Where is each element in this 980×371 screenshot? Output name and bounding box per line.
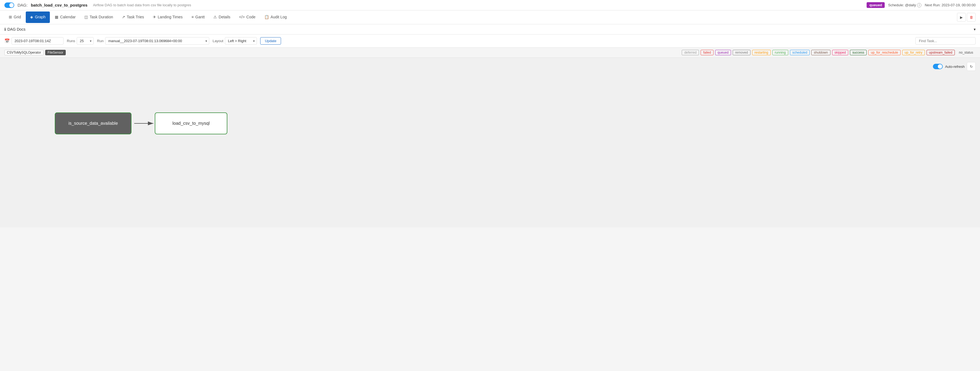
status-tag-no-status[interactable]: no_status (956, 50, 975, 55)
status-tag-up-for-retry[interactable]: up_for_retry (902, 50, 925, 55)
tab-audit-log[interactable]: 📋 Audit Log (260, 11, 291, 23)
layout-select[interactable]: Left > Right Top > Bottom (225, 37, 257, 44)
next-run-value: 2023-07-19, 00:00:00 (942, 3, 975, 7)
dag-docs-info-icon: ℹ (5, 27, 6, 32)
task-duration-icon: ◫ (84, 15, 88, 19)
run-group: Run manual__2023-07-19T08:01:13.069684+0… (97, 37, 209, 44)
legend-row: CSVToMySQLOperator FileSensor deferred f… (0, 48, 980, 58)
task-tries-icon: ↗ (122, 15, 125, 19)
auto-refresh-label: Auto-refresh (945, 65, 965, 69)
code-icon: </> (239, 15, 245, 19)
status-tag-restarting[interactable]: restarting (752, 50, 771, 55)
calendar-small-icon: 📅 (5, 38, 10, 43)
info-icon[interactable]: i (917, 3, 921, 7)
schedule-info: Schedule: @daily i (888, 3, 921, 7)
dag-docs-label: ℹ DAG Docs (5, 27, 25, 32)
dag-toggle[interactable] (5, 2, 14, 8)
auto-refresh-toggle[interactable] (933, 64, 943, 69)
schedule-value: @daily (905, 3, 916, 7)
operator-legend: CSVToMySQLOperator FileSensor (5, 50, 66, 55)
header-right: queued Schedule: @daily i Next Run: 2023… (867, 2, 975, 8)
tab-task-duration[interactable]: ◫ Task Duration (80, 11, 118, 23)
controls-row: 📅 Runs 25 50 100 Run manual__2023-07-19T… (0, 35, 980, 48)
node-is-source-data-available-label: is_source_data_available (68, 121, 118, 126)
status-tag-upstream-failed[interactable]: upstream_failed (927, 50, 955, 55)
node-load-csv-to-mysql-label: load_csv_to_mysql (172, 121, 210, 126)
run-label: Run (97, 39, 103, 43)
schedule-label: Schedule: (888, 3, 904, 7)
tab-grid[interactable]: ⊞ Grid (5, 11, 25, 23)
status-tag-running[interactable]: running (772, 50, 788, 55)
tab-calendar-label: Calendar (60, 15, 76, 19)
nav-tabs: ⊞ Grid ◈ Graph ▦ Calendar ◫ Task Duratio… (0, 10, 980, 24)
operator-tag-csv[interactable]: CSVToMySQLOperator (5, 50, 43, 55)
tab-code[interactable]: </> Code (235, 11, 260, 23)
status-tag-up-for-reschedule[interactable]: up_for_reschedule (868, 50, 900, 55)
status-legend: deferred failed queued removed restartin… (682, 50, 975, 55)
update-button[interactable]: Update (260, 37, 281, 44)
status-tag-scheduled[interactable]: scheduled (790, 50, 810, 55)
dag-docs-row[interactable]: ℹ DAG Docs ▾ (0, 24, 980, 35)
dag-docs-chevron-icon: ▾ (974, 27, 975, 32)
grid-icon: ⊞ (9, 15, 12, 19)
dag-svg (0, 58, 980, 227)
audit-log-icon: 📋 (264, 15, 269, 19)
details-icon: ⚠ (213, 15, 217, 19)
run-select[interactable]: manual__2023-07-19T08:01:13.069684+00:00 (105, 37, 209, 44)
status-tag-failed[interactable]: failed (701, 50, 713, 55)
tab-gantt[interactable]: ≡ Gantt (187, 11, 209, 23)
run-button[interactable]: ▶ (957, 13, 966, 22)
datetime-group: 📅 (5, 37, 64, 44)
graph-icon: ◈ (30, 15, 33, 19)
tab-details[interactable]: ⚠ Details (209, 11, 235, 23)
tab-code-label: Code (246, 15, 255, 19)
layout-group: Layout Left > Right Top > Bottom (213, 37, 257, 44)
next-run: Next Run: 2023-07-19, 00:00:00 (925, 3, 975, 7)
datetime-input[interactable] (11, 37, 64, 44)
runs-group: Runs 25 50 100 (67, 37, 94, 44)
status-tag-skipped[interactable]: skipped (832, 50, 848, 55)
runs-label: Runs (67, 39, 75, 43)
layout-label: Layout (213, 39, 223, 43)
tab-grid-label: Grid (14, 15, 21, 19)
graph-area: Auto-refresh ↻ is_source_data_available … (0, 58, 980, 227)
auto-refresh-bar: Auto-refresh ↻ (933, 62, 975, 71)
status-tag-removed[interactable]: removed (733, 50, 751, 55)
tab-calendar[interactable]: ▦ Calendar (50, 11, 80, 23)
status-badge: queued (867, 2, 885, 8)
runs-select[interactable]: 25 50 100 (77, 37, 94, 44)
tab-graph-label: Graph (35, 15, 46, 19)
tab-task-tries-label: Task Tries (127, 15, 144, 19)
status-tag-queued[interactable]: queued (715, 50, 731, 55)
calendar-icon: ▦ (55, 15, 58, 19)
nav-actions: ▶ 🗑 (957, 13, 975, 22)
status-tag-shutdown[interactable]: shutdown (811, 50, 830, 55)
tab-gantt-label: Gantt (195, 15, 205, 19)
tab-landing-times[interactable]: ✈ Landing Times (148, 11, 187, 23)
refresh-button[interactable]: ↻ (967, 62, 975, 71)
tab-graph[interactable]: ◈ Graph (26, 11, 50, 23)
header: DAG: batch_load_csv_to_postgres Airflow … (0, 0, 980, 10)
landing-times-icon: ✈ (153, 15, 156, 19)
tab-details-label: Details (219, 15, 230, 19)
dag-description: Airflow DAG to batch load data from csv … (93, 3, 191, 7)
tab-landing-times-label: Landing Times (158, 15, 183, 19)
gantt-icon: ≡ (191, 15, 194, 19)
find-task-input[interactable] (915, 37, 975, 44)
dag-docs-text: DAG Docs (7, 27, 25, 32)
tab-audit-log-label: Audit Log (270, 15, 287, 19)
tab-task-duration-label: Task Duration (89, 15, 113, 19)
node-load-csv-to-mysql[interactable]: load_csv_to_mysql (155, 113, 228, 134)
delete-button[interactable]: 🗑 (967, 13, 975, 22)
status-tag-deferred[interactable]: deferred (682, 50, 699, 55)
dag-label: DAG: (18, 3, 28, 7)
tab-task-tries[interactable]: ↗ Task Tries (118, 11, 148, 23)
operator-tag-file-sensor[interactable]: FileSensor (45, 50, 66, 55)
node-is-source-data-available[interactable]: is_source_data_available (55, 113, 132, 134)
dag-name: batch_load_csv_to_postgres (31, 3, 88, 7)
next-run-label: Next Run: (925, 3, 940, 7)
status-tag-success[interactable]: success (850, 50, 867, 55)
